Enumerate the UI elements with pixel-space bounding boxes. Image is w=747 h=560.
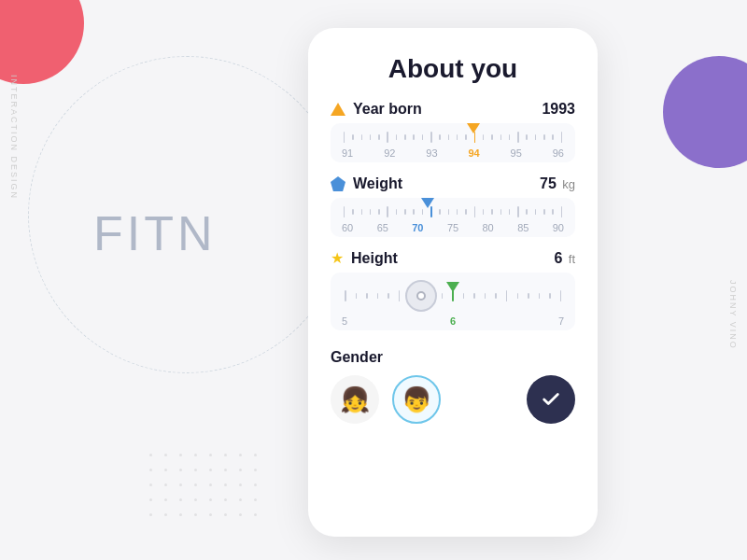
weight-track <box>340 203 566 220</box>
year-born-section: Year born 1993 <box>331 101 575 162</box>
gender-male-avatar[interactable]: 👦 <box>392 375 441 424</box>
dot-grid-right <box>607 450 691 504</box>
pentagon-icon <box>331 176 345 191</box>
year-born-slider[interactable]: 91 92 93 94 95 96 <box>331 123 575 162</box>
weight-marker <box>421 198 434 208</box>
height-unit: ft <box>569 252 575 266</box>
year-born-value: 1993 <box>542 101 575 118</box>
height-value: 6 <box>554 250 562 266</box>
year-born-track <box>340 129 566 146</box>
triangle-icon <box>331 103 345 116</box>
side-text-right: JOHNY VINO <box>728 280 738 350</box>
weight-section: Weight 75 kg <box>331 175 575 237</box>
bg-decoration-purple <box>663 56 747 168</box>
year-born-labels: 91 92 93 94 95 96 <box>340 147 566 159</box>
height-section: ★ Height 6 ft <box>331 250 575 330</box>
weight-label: Weight <box>353 175 402 192</box>
checkmark-icon <box>541 389 561 410</box>
confirm-button[interactable] <box>527 375 575 424</box>
gender-female-avatar[interactable]: 👧 <box>331 375 379 424</box>
height-ticks <box>340 289 566 302</box>
height-track <box>340 278 566 314</box>
year-born-left: Year born <box>331 101 422 118</box>
bg-decoration-red <box>0 0 84 84</box>
about-you-card: About you Year born 1993 <box>308 28 598 537</box>
weight-unit: kg <box>562 177 575 191</box>
height-left: ★ Height <box>331 250 398 267</box>
year-born-marker <box>467 123 480 133</box>
height-marker <box>446 282 459 292</box>
height-header: ★ Height 6 ft <box>331 250 575 267</box>
height-label: Height <box>351 250 398 267</box>
height-handle-inner <box>416 291 426 301</box>
gender-options: 👧 👦 <box>331 375 575 424</box>
card-title: About you <box>331 54 575 84</box>
weight-header: Weight 75 kg <box>331 175 575 192</box>
dot-grid-left <box>149 454 263 523</box>
year-born-header: Year born 1993 <box>331 101 575 118</box>
weight-ticks <box>340 205 566 218</box>
height-handle[interactable] <box>405 280 437 312</box>
height-labels: 5 6 7 <box>340 315 566 327</box>
year-born-ticks <box>340 131 566 144</box>
weight-value: 75 <box>540 175 557 191</box>
side-text-left: INTERACTION DESIGN <box>9 75 19 200</box>
weight-slider[interactable]: 60 65 70 75 80 85 90 <box>331 198 575 237</box>
gender-section: Gender 👧 👦 <box>331 349 575 424</box>
star-icon: ★ <box>331 251 344 266</box>
year-born-label: Year born <box>353 101 422 118</box>
weight-labels: 60 65 70 75 80 85 90 <box>340 222 566 233</box>
gender-title: Gender <box>331 349 575 366</box>
weight-left: Weight <box>331 175 402 192</box>
app-logo: FITN <box>93 205 217 261</box>
height-slider[interactable]: 5 6 7 <box>331 273 575 330</box>
